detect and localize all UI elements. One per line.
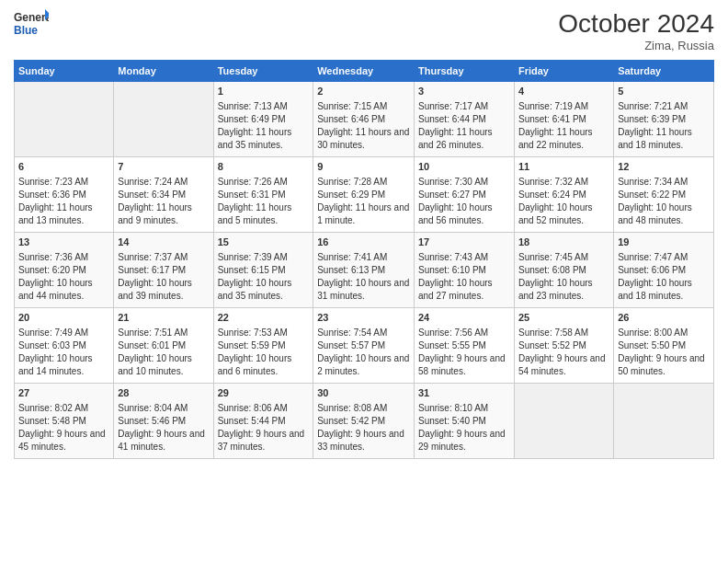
day-number: 24 — [418, 311, 510, 325]
sunrise-text: Sunrise: 7:49 AM — [18, 327, 109, 339]
location: Zima, Russia — [558, 39, 714, 52]
day-number: 28 — [118, 386, 209, 400]
col-tuesday: Tuesday — [213, 61, 313, 82]
sunset-text: Sunset: 6:31 PM — [218, 189, 310, 201]
calendar-cell: 13Sunrise: 7:36 AMSunset: 6:20 PMDayligh… — [15, 233, 114, 308]
sunrise-text: Sunrise: 7:23 AM — [18, 176, 109, 189]
sunset-text: Sunset: 5:42 PM — [317, 415, 410, 428]
logo: General Blue — [14, 9, 49, 37]
calendar-week-3: 13Sunrise: 7:36 AMSunset: 6:20 PMDayligh… — [15, 233, 714, 308]
day-number: 25 — [518, 311, 609, 325]
day-number: 13 — [18, 236, 109, 249]
sunset-text: Sunset: 6:03 PM — [18, 339, 109, 352]
sunset-text: Sunset: 6:01 PM — [118, 339, 209, 352]
calendar-cell: 18Sunrise: 7:45 AMSunset: 6:08 PMDayligh… — [514, 233, 613, 308]
daylight-text: Daylight: 10 hours and 44 minutes. — [18, 277, 109, 303]
sunrise-text: Sunrise: 7:15 AM — [317, 100, 410, 113]
day-number: 5 — [618, 85, 710, 98]
daylight-text: Daylight: 10 hours and 2 minutes. — [317, 352, 410, 378]
day-number: 16 — [317, 236, 410, 249]
sunrise-text: Sunrise: 7:30 AM — [418, 176, 510, 189]
daylight-text: Daylight: 11 hours and 22 minutes. — [518, 126, 609, 152]
col-sunday: Sunday — [15, 61, 114, 82]
calendar-cell: 19Sunrise: 7:47 AMSunset: 6:06 PMDayligh… — [614, 233, 714, 308]
col-monday: Monday — [114, 61, 213, 82]
daylight-text: Daylight: 10 hours and 39 minutes. — [118, 277, 209, 303]
daylight-text: Daylight: 10 hours and 35 minutes. — [218, 277, 310, 303]
sunset-text: Sunset: 6:08 PM — [518, 264, 609, 277]
sunset-text: Sunset: 6:29 PM — [317, 189, 410, 201]
month-title: October 2024 — [558, 9, 714, 39]
day-number: 30 — [317, 386, 410, 400]
calendar-cell: 5Sunrise: 7:21 AMSunset: 6:39 PMDaylight… — [614, 82, 714, 157]
sunset-text: Sunset: 6:24 PM — [518, 189, 609, 201]
calendar-cell: 24Sunrise: 7:56 AMSunset: 5:55 PMDayligh… — [415, 308, 515, 384]
sunrise-text: Sunrise: 7:32 AM — [518, 176, 609, 189]
calendar-table: Sunday Monday Tuesday Wednesday Thursday… — [14, 60, 714, 459]
sunset-text: Sunset: 5:50 PM — [618, 339, 710, 352]
calendar-cell: 14Sunrise: 7:37 AMSunset: 6:17 PMDayligh… — [114, 233, 213, 308]
sunrise-text: Sunrise: 7:36 AM — [18, 251, 109, 264]
sunset-text: Sunset: 5:46 PM — [118, 415, 209, 428]
day-number: 8 — [218, 160, 310, 174]
calendar-cell — [114, 82, 213, 157]
day-number: 26 — [618, 311, 710, 325]
sunset-text: Sunset: 5:52 PM — [518, 339, 609, 352]
sunset-text: Sunset: 6:41 PM — [518, 113, 609, 126]
calendar-cell: 31Sunrise: 8:10 AMSunset: 5:40 PMDayligh… — [415, 384, 515, 459]
daylight-text: Daylight: 10 hours and 56 minutes. — [418, 201, 510, 227]
sunset-text: Sunset: 6:27 PM — [418, 189, 510, 201]
calendar-cell — [614, 384, 714, 459]
sunrise-text: Sunrise: 7:56 AM — [418, 327, 510, 339]
sunset-text: Sunset: 6:39 PM — [618, 113, 710, 126]
svg-text:General: General — [14, 11, 49, 24]
calendar-cell: 30Sunrise: 8:08 AMSunset: 5:42 PMDayligh… — [313, 384, 415, 459]
sunrise-text: Sunrise: 7:51 AM — [118, 327, 209, 339]
svg-text:Blue: Blue — [14, 24, 38, 37]
calendar-cell: 9Sunrise: 7:28 AMSunset: 6:29 PMDaylight… — [313, 157, 415, 233]
day-number: 15 — [218, 236, 310, 249]
calendar-cell: 8Sunrise: 7:26 AMSunset: 6:31 PMDaylight… — [213, 157, 313, 233]
sunset-text: Sunset: 5:55 PM — [418, 339, 510, 352]
sunset-text: Sunset: 6:49 PM — [218, 113, 310, 126]
calendar-cell: 22Sunrise: 7:53 AMSunset: 5:59 PMDayligh… — [213, 308, 313, 384]
day-number: 21 — [118, 311, 209, 325]
daylight-text: Daylight: 9 hours and 50 minutes. — [618, 352, 710, 378]
sunset-text: Sunset: 5:40 PM — [418, 415, 510, 428]
sunrise-text: Sunrise: 7:21 AM — [618, 100, 710, 113]
day-number: 29 — [218, 386, 310, 400]
calendar-cell: 7Sunrise: 7:24 AMSunset: 6:34 PMDaylight… — [114, 157, 213, 233]
daylight-text: Daylight: 10 hours and 14 minutes. — [18, 352, 109, 378]
sunrise-text: Sunrise: 7:39 AM — [218, 251, 310, 264]
calendar-cell: 6Sunrise: 7:23 AMSunset: 6:36 PMDaylight… — [15, 157, 114, 233]
sunrise-text: Sunrise: 7:58 AM — [518, 327, 609, 339]
daylight-text: Daylight: 10 hours and 18 minutes. — [618, 277, 710, 303]
sunrise-text: Sunrise: 7:17 AM — [418, 100, 510, 113]
sunset-text: Sunset: 6:44 PM — [418, 113, 510, 126]
day-number: 10 — [418, 160, 510, 174]
sunrise-text: Sunrise: 7:37 AM — [118, 251, 209, 264]
day-number: 9 — [317, 160, 410, 174]
sunrise-text: Sunrise: 7:28 AM — [317, 176, 410, 189]
daylight-text: Daylight: 10 hours and 10 minutes. — [118, 352, 209, 378]
daylight-text: Daylight: 11 hours and 13 minutes. — [18, 201, 109, 227]
daylight-text: Daylight: 11 hours and 30 minutes. — [317, 126, 410, 152]
day-number: 1 — [218, 85, 310, 98]
day-number: 4 — [518, 85, 609, 98]
calendar-cell: 2Sunrise: 7:15 AMSunset: 6:46 PMDaylight… — [313, 82, 415, 157]
day-number: 23 — [317, 311, 410, 325]
daylight-text: Daylight: 9 hours and 54 minutes. — [518, 352, 609, 378]
daylight-text: Daylight: 10 hours and 6 minutes. — [218, 352, 310, 378]
col-wednesday: Wednesday — [313, 61, 415, 82]
sunset-text: Sunset: 6:13 PM — [317, 264, 410, 277]
sunset-text: Sunset: 6:15 PM — [218, 264, 310, 277]
header-row: Sunday Monday Tuesday Wednesday Thursday… — [15, 61, 714, 82]
daylight-text: Daylight: 10 hours and 52 minutes. — [518, 201, 609, 227]
sunrise-text: Sunrise: 7:43 AM — [418, 251, 510, 264]
calendar-cell: 3Sunrise: 7:17 AMSunset: 6:44 PMDaylight… — [415, 82, 515, 157]
logo-icon: General Blue — [14, 9, 49, 37]
sunrise-text: Sunrise: 7:13 AM — [218, 100, 310, 113]
calendar-cell: 17Sunrise: 7:43 AMSunset: 6:10 PMDayligh… — [415, 233, 515, 308]
calendar-cell: 29Sunrise: 8:06 AMSunset: 5:44 PMDayligh… — [213, 384, 313, 459]
calendar-cell: 28Sunrise: 8:04 AMSunset: 5:46 PMDayligh… — [114, 384, 213, 459]
